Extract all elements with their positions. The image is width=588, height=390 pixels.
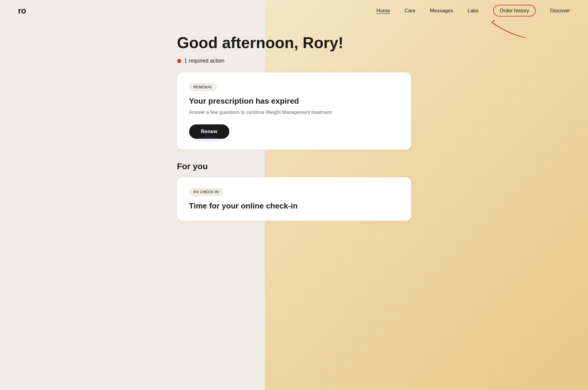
nav-link-order-history[interactable]: Order history [493, 5, 536, 17]
nav-item-messages[interactable]: Messages [430, 8, 453, 14]
renew-button[interactable]: Renew [189, 124, 230, 139]
navigation: ro Home Care Messages Labs Order history… [0, 0, 588, 22]
renewal-card: RENEWAL Your prescription has expired An… [177, 72, 411, 150]
nav-links: Home Care Messages Labs Order history Di… [376, 8, 570, 14]
renewal-card-description: Answer a few questions to continue Weigh… [189, 109, 399, 116]
main-content: Good afternoon, Rory! 1 required action … [159, 22, 429, 233]
required-action-dot [177, 59, 181, 63]
nav-item-order-history[interactable]: Order history [493, 8, 536, 14]
renewal-card-title: Your prescription has expired [189, 96, 399, 106]
required-action-row: 1 required action [177, 58, 411, 64]
nav-link-care[interactable]: Care [404, 8, 415, 14]
nav-link-messages[interactable]: Messages [430, 8, 453, 14]
greeting-text: Good afternoon, Rory! [177, 34, 411, 52]
logo: ro [18, 6, 26, 16]
nav-item-labs[interactable]: Labs [468, 8, 479, 14]
renewal-badge: RENEWAL [189, 83, 217, 91]
checkin-card-title: Time for your online check-in [189, 201, 399, 211]
nav-item-care[interactable]: Care [404, 8, 415, 14]
for-you-section-title: For you [177, 162, 411, 171]
nav-link-home[interactable]: Home [376, 8, 390, 14]
checkin-badge: RX CHECK-IN [189, 188, 223, 196]
nav-item-discover[interactable]: Discover [550, 8, 570, 14]
nav-item-home[interactable]: Home [376, 8, 390, 14]
nav-link-discover[interactable]: Discover [550, 8, 570, 14]
nav-link-labs[interactable]: Labs [468, 8, 479, 14]
checkin-card: RX CHECK-IN Time for your online check-i… [177, 177, 411, 221]
required-action-text: 1 required action [184, 58, 225, 64]
